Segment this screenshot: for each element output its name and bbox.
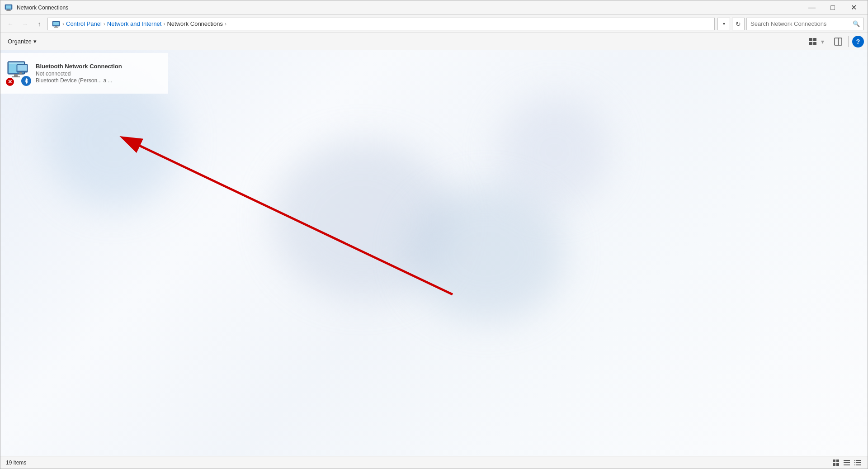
svg-rect-1 <box>6 5 11 9</box>
search-input[interactable] <box>750 20 853 27</box>
svg-rect-32 <box>854 460 855 461</box>
status-list-btn[interactable] <box>842 458 851 467</box>
svg-rect-34 <box>854 462 855 463</box>
svg-rect-27 <box>833 463 835 466</box>
svg-rect-31 <box>844 464 850 465</box>
help-button[interactable]: ? <box>852 36 864 47</box>
title-bar: Network Connections — □ ✕ <box>0 0 868 15</box>
svg-rect-6 <box>55 26 57 27</box>
window-controls: — □ ✕ <box>802 0 864 15</box>
view-toggle-button[interactable] <box>807 35 819 48</box>
svg-rect-7 <box>54 27 58 28</box>
search-icon: 🔍 <box>853 20 860 27</box>
up-button[interactable]: ↑ <box>33 18 46 30</box>
svg-rect-36 <box>854 464 855 465</box>
status-large-icons-btn[interactable] <box>831 458 840 467</box>
svg-rect-29 <box>844 460 850 461</box>
back-button[interactable]: ← <box>4 18 17 30</box>
svg-rect-33 <box>856 460 861 461</box>
minimize-button[interactable]: — <box>802 0 822 15</box>
maximize-button[interactable]: □ <box>822 0 843 15</box>
window-icon <box>4 3 13 12</box>
svg-rect-25 <box>833 460 835 462</box>
breadcrumb-bar: › Control Panel › Network and Internet ›… <box>47 18 715 30</box>
svg-rect-22 <box>18 74 23 75</box>
svg-rect-2 <box>7 9 10 10</box>
toolbar-right: ▾ ? <box>807 35 864 48</box>
svg-rect-11 <box>813 42 816 45</box>
item-count: 19 items <box>6 460 26 466</box>
svg-rect-30 <box>844 462 850 463</box>
breadcrumb-sep-1: › <box>62 21 64 27</box>
svg-rect-28 <box>836 463 839 466</box>
svg-rect-8 <box>809 38 812 41</box>
address-bar: ← → ↑ › Control Panel › Network and Inte… <box>0 15 868 33</box>
svg-rect-18 <box>12 76 20 77</box>
toolbar-divider <box>828 36 828 47</box>
toolbar: Organize ▾ ▾ ? <box>0 33 868 50</box>
svg-rect-3 <box>6 10 11 11</box>
breadcrumb-network-internet[interactable]: Network and Internet <box>107 20 162 27</box>
status-details-btn[interactable] <box>853 458 862 467</box>
address-dropdown-button[interactable]: ▾ <box>717 18 730 30</box>
breadcrumb-network-connections: Network Connections <box>167 20 223 27</box>
view-dropdown-sep: ▾ <box>821 38 824 45</box>
svg-rect-21 <box>19 72 22 74</box>
search-box: 🔍 <box>746 18 864 30</box>
refresh-button[interactable]: ↻ <box>732 18 745 30</box>
svg-rect-20 <box>18 65 27 71</box>
organize-arrow: ▾ <box>33 38 37 45</box>
svg-rect-37 <box>856 464 861 465</box>
svg-rect-17 <box>14 74 18 76</box>
status-view-icons <box>831 458 862 467</box>
svg-rect-26 <box>836 460 839 462</box>
svg-rect-12 <box>835 38 842 45</box>
window-title: Network Connections <box>17 5 802 11</box>
svg-rect-35 <box>856 462 861 463</box>
breadcrumb-sep-4: › <box>225 21 226 27</box>
bg-blob-4 <box>407 186 566 322</box>
item-text: Bluetooth Network Connection Not connect… <box>36 63 162 84</box>
close-button[interactable]: ✕ <box>843 0 864 15</box>
breadcrumb-sep-2: › <box>104 21 105 27</box>
item-icon-stack: ✕ <box>6 61 31 86</box>
network-connections-window: Network Connections — □ ✕ ← → ↑ › Contro… <box>0 0 868 469</box>
status-bar: 19 items <box>0 456 868 469</box>
bluetooth-badge <box>21 76 31 86</box>
item-device: Bluetooth Device (Person... a ... <box>36 77 162 84</box>
toolbar-divider-2 <box>848 36 849 47</box>
svg-rect-10 <box>809 42 812 45</box>
error-badge: ✕ <box>6 78 14 86</box>
svg-rect-5 <box>53 22 59 25</box>
breadcrumb-sep-3: › <box>163 21 165 27</box>
breadcrumb-control-panel[interactable]: Control Panel <box>66 20 102 27</box>
svg-rect-16 <box>9 62 24 64</box>
content-area: ✕ Bluetooth Network Connection Not conne… <box>0 50 868 456</box>
svg-rect-9 <box>813 38 816 41</box>
preview-pane-button[interactable] <box>832 35 844 48</box>
item-status: Not connected <box>36 71 162 77</box>
organize-label: Organize <box>8 38 32 45</box>
breadcrumb-icon <box>52 19 61 28</box>
item-name: Bluetooth Network Connection <box>36 63 162 70</box>
bluetooth-network-item[interactable]: ✕ Bluetooth Network Connection Not conne… <box>0 53 168 94</box>
organize-button[interactable]: Organize ▾ <box>4 36 40 47</box>
forward-button[interactable]: → <box>19 18 31 30</box>
